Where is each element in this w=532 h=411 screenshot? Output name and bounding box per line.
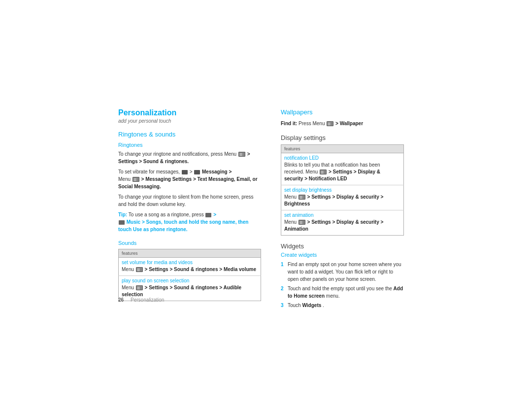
- ringtones-p1: To change your ringtone and notification…: [118, 150, 261, 165]
- menu-icon: [238, 152, 245, 157]
- notification-led-link[interactable]: notification LED: [281, 153, 403, 162]
- ringtones-p2: To set vibrate for messages, > Messaging…: [118, 168, 261, 190]
- page-subtitle: add your personal touch: [118, 118, 261, 124]
- music-icon: [205, 213, 211, 217]
- menu-icon-4: [136, 285, 143, 290]
- ringtones-sounds-heading: Ringtones & sounds: [118, 131, 261, 138]
- music-icon-2: [119, 220, 125, 225]
- sounds-features-table: features set volume for media and videos…: [118, 249, 261, 301]
- features-header-row: features: [119, 249, 261, 258]
- left-column: Personalization add your personal touch …: [118, 108, 261, 311]
- content-area: Personalization add your personal touch …: [118, 108, 424, 311]
- features-label: features: [119, 249, 261, 258]
- widgets-section: Widgets Create widgets 1 Find an empty s…: [281, 242, 404, 309]
- display-settings-heading: Display settings: [281, 134, 404, 141]
- page-number-area: 26 Personalization: [118, 297, 164, 303]
- feature1-desc: Menu > Settings > Sound & ringtones > Me…: [119, 266, 261, 275]
- menu-icon-6: [320, 170, 327, 174]
- display-features-label: features: [281, 145, 404, 153]
- set-animation-desc: Menu > Settings > Display & security > A…: [281, 219, 403, 235]
- widget-step-3: 3 Touch Widgets .: [281, 302, 404, 309]
- display-brightness-link[interactable]: set display brightness: [281, 185, 403, 194]
- set-animation-link[interactable]: set animation: [281, 210, 403, 219]
- tip-text: Tip: To use a song as a ringtone, press …: [118, 211, 261, 233]
- widgets-heading: Widgets: [281, 242, 404, 250]
- page-title: Personalization: [118, 108, 261, 117]
- feature1-link[interactable]: set volume for media and videos: [119, 258, 261, 266]
- menu-icon-3: [136, 267, 143, 272]
- page: Personalization add your personal touch …: [0, 0, 532, 411]
- display-feature-row-2: set display brightness Menu > Settings >…: [281, 185, 404, 210]
- right-column: Wallpapers Find it: Press Menu > Wallpap…: [281, 108, 404, 311]
- notification-led-desc: Blinks to tell you that a notification h…: [281, 162, 403, 185]
- display-features-header-row: features: [281, 145, 404, 153]
- msg-icon: [182, 170, 188, 174]
- menu-icon-8: [299, 220, 305, 225]
- widget-step-2: 2 Touch and hold the empty spot until yo…: [281, 285, 404, 300]
- page-number: 26: [118, 297, 124, 303]
- display-feature-row-3: set animation Menu > Settings > Display …: [281, 210, 404, 236]
- find-it-text: Find it: Press Menu > Wallpaper: [281, 120, 404, 127]
- wallpapers-section: Wallpapers Find it: Press Menu > Wallpap…: [281, 108, 404, 127]
- display-feature-row-1: notification LED Blinks to tell you that…: [281, 153, 404, 185]
- wallpapers-heading: Wallpapers: [281, 108, 404, 116]
- sounds-heading: Sounds: [118, 240, 261, 246]
- menu-icon-2: [133, 177, 139, 182]
- ringtones-heading: Ringtones: [118, 142, 261, 148]
- widget-step-1: 1 Find an empty spot on your home screen…: [281, 261, 404, 283]
- display-brightness-desc: Menu > Settings > Display & security > B…: [281, 194, 403, 210]
- page-label: Personalization: [131, 297, 164, 303]
- menu-icon-5: [327, 121, 333, 126]
- widgets-steps: 1 Find an empty spot on your home screen…: [281, 261, 404, 309]
- messaging-icon: [194, 170, 200, 174]
- ringtones-p3: To change your ringtone to silent from t…: [118, 193, 261, 208]
- display-settings-section: Display settings features notification L…: [281, 134, 404, 236]
- create-widgets: Create widgets: [281, 252, 404, 258]
- feature-row-1: set volume for media and videos Menu > S…: [119, 258, 261, 276]
- display-features-table: features notification LED Blinks to tell…: [281, 144, 404, 236]
- feature2-link[interactable]: play sound on screen selection: [119, 276, 261, 284]
- menu-icon-7: [299, 195, 305, 200]
- sounds-section: Sounds features set volume for media and…: [118, 240, 261, 301]
